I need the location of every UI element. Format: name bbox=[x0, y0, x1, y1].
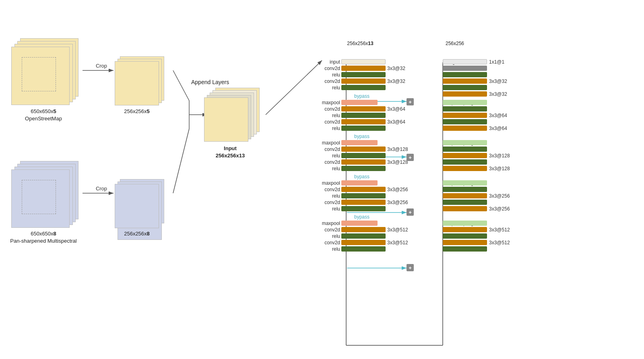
plus-node-3: + bbox=[407, 208, 414, 216]
dec-sigmoid-bar bbox=[443, 59, 487, 64]
enc-conv10-label: conv2d bbox=[306, 240, 340, 246]
dec-conv10-size: 3x3@512 bbox=[489, 227, 510, 233]
enc-conv4-label: conv2d bbox=[306, 119, 340, 125]
dec-conv11-size: 3x3@512 bbox=[489, 240, 510, 246]
enc-conv5-label: conv2d bbox=[306, 146, 340, 152]
dec-conv2-size: 3x3@32 bbox=[489, 78, 507, 84]
crop-label-ms: Crop bbox=[89, 185, 114, 192]
enc-relu4-label: relu bbox=[306, 126, 340, 131]
enc-conv6-label: conv2d bbox=[306, 159, 340, 165]
dec-relu10-bar bbox=[443, 246, 487, 252]
osm-cropped-front bbox=[115, 61, 159, 105]
enc-conv1-label: conv2d bbox=[306, 66, 340, 71]
enc-maxpool4-label: maxpool bbox=[306, 221, 340, 226]
enc-conv4-size: 3x3@64 bbox=[387, 119, 405, 125]
dec-conv9-size: 3x3@256 bbox=[489, 206, 510, 212]
decoder-header: 256x256 bbox=[427, 40, 483, 47]
dec-conv8-bar bbox=[443, 193, 487, 198]
enc-relu6-bar bbox=[341, 166, 386, 171]
dec-relu6-bar bbox=[443, 159, 487, 165]
enc-conv9-label: conv2d bbox=[306, 227, 340, 233]
osm-label: 650x650x5 OpenStreetMap bbox=[11, 108, 76, 122]
svg-line-5 bbox=[173, 129, 189, 193]
enc-conv7-bar bbox=[341, 187, 386, 192]
enc-conv1-size: 3x3@32 bbox=[387, 66, 405, 71]
dec-conv6-size: 3x3@128 bbox=[489, 153, 510, 159]
enc-conv6-size: 3x3@128 bbox=[387, 159, 408, 165]
input-tile-front bbox=[204, 97, 248, 142]
enc-conv3-size: 3x3@64 bbox=[387, 106, 405, 112]
plus-node-2: + bbox=[407, 154, 414, 161]
diagram: 650x650x5 OpenStreetMap Crop 256x256x5 6… bbox=[0, 0, 644, 359]
enc-conv9-size: 3x3@512 bbox=[387, 227, 408, 233]
enc-conv1-bar bbox=[341, 66, 386, 71]
dec-up2-bar bbox=[443, 140, 487, 145]
enc-conv5-size: 3x3@128 bbox=[387, 146, 408, 152]
dec-relu2-bar bbox=[443, 85, 487, 90]
enc-relu3-bar bbox=[341, 113, 386, 118]
osm-crop-label: 256x256x5 bbox=[111, 108, 163, 115]
enc-maxpool4-bar bbox=[341, 221, 378, 226]
dec-conv3-bar bbox=[443, 91, 487, 97]
dec-up4-bar bbox=[443, 221, 487, 226]
enc-relu2-label: relu bbox=[306, 85, 340, 91]
dec-up3-bar bbox=[443, 180, 487, 186]
dec-relu1-bar bbox=[443, 72, 487, 77]
arrows-svg bbox=[0, 0, 644, 359]
dec-conv9-bar bbox=[443, 206, 487, 211]
enc-conv8-label: conv2d bbox=[306, 200, 340, 205]
enc-conv10-size: 3x3@512 bbox=[387, 240, 408, 246]
enc-conv5-bar bbox=[341, 146, 386, 152]
enc-relu2-bar bbox=[341, 85, 386, 90]
dec-conv4-size: 3x3@64 bbox=[489, 113, 507, 118]
enc-maxpool2-label: maxpool bbox=[306, 140, 340, 146]
enc-relu4-bar bbox=[341, 126, 386, 131]
dec-conv10-bar bbox=[443, 227, 487, 232]
dec-relu3-bar bbox=[443, 106, 487, 111]
input-label: Input 256x256x13 bbox=[204, 145, 256, 159]
dec-conv5-bar bbox=[443, 126, 487, 131]
enc-relu8-label: relu bbox=[306, 206, 340, 212]
enc-relu1-label: relu bbox=[306, 72, 340, 78]
enc-relu9-label: relu bbox=[306, 233, 340, 239]
enc-conv8-bar bbox=[341, 200, 386, 205]
encoder-header: 256x256x13 bbox=[326, 40, 394, 47]
enc-conv8-size: 3x3@256 bbox=[387, 200, 408, 205]
enc-maxpool2-bar bbox=[341, 140, 378, 145]
enc-conv10-bar bbox=[341, 240, 386, 245]
plus-node-1: + bbox=[407, 98, 414, 105]
ms-cropped-front bbox=[115, 184, 159, 228]
enc-maxpool3-label: maxpool bbox=[306, 180, 340, 186]
bypass-label-3: bypass bbox=[354, 174, 369, 180]
enc-conv9-bar bbox=[341, 227, 386, 232]
enc-conv6-bar bbox=[341, 159, 386, 165]
enc-conv4-bar bbox=[341, 119, 386, 124]
dec-conv5-size: 3x3@64 bbox=[489, 126, 507, 131]
enc-relu5-bar bbox=[341, 153, 386, 158]
dec-conv7-bar bbox=[443, 166, 487, 171]
dec-relu5-bar bbox=[443, 146, 487, 152]
enc-maxpool1-label: maxpool bbox=[306, 100, 340, 105]
crop-label-osm: Crop bbox=[89, 62, 114, 70]
dec-conv6-bar bbox=[443, 153, 487, 158]
enc-relu8-bar bbox=[341, 206, 386, 211]
enc-conv7-label: conv2d bbox=[306, 187, 340, 192]
dec-conv3-size: 3x3@32 bbox=[489, 91, 507, 97]
enc-conv3-bar bbox=[341, 106, 386, 111]
enc-input-bar bbox=[341, 59, 386, 64]
dec-up1-bar bbox=[443, 100, 487, 105]
enc-relu10-bar bbox=[341, 246, 386, 252]
dec-conv1-bar bbox=[443, 66, 487, 71]
svg-line-4 bbox=[173, 70, 189, 101]
dec-conv4-bar bbox=[443, 113, 487, 118]
enc-relu9-bar bbox=[341, 233, 386, 239]
enc-conv2-size: 3x3@32 bbox=[387, 78, 405, 84]
dec-conv7-size: 3x3@128 bbox=[489, 166, 510, 171]
ms-label: 650x650x8 Pan-sharpened Multispectral bbox=[7, 230, 80, 245]
bypass-label-1: bypass bbox=[354, 93, 369, 99]
dec-conv8-size: 3x3@256 bbox=[489, 193, 510, 199]
enc-relu5-label: relu bbox=[306, 153, 340, 159]
bypass-label-2: bypass bbox=[354, 134, 369, 139]
dec-conv11-bar bbox=[443, 240, 487, 245]
dec-relu9-bar bbox=[443, 233, 487, 239]
